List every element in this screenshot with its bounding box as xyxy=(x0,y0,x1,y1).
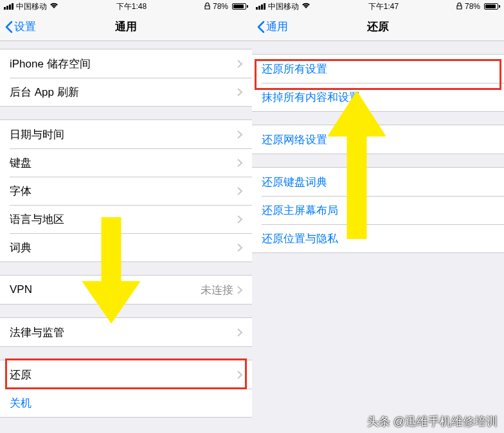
left-screenshot: 中国移动 下午1:48 78% 设置 通用 xyxy=(0,0,252,433)
back-button[interactable]: 设置 xyxy=(0,19,36,34)
lock-icon xyxy=(456,3,462,11)
battery-pct: 78% xyxy=(213,2,228,11)
cell-reset-keyboard-dict[interactable]: 还原键盘词典 xyxy=(252,168,504,196)
cell-label: 还原键盘词典 xyxy=(262,175,494,190)
battery-pct: 78% xyxy=(465,2,480,11)
back-label: 通用 xyxy=(266,19,288,34)
chevron-right-icon xyxy=(237,88,242,96)
cell-label: 字体 xyxy=(10,184,237,199)
cell-vpn[interactable]: VPN 未连接 xyxy=(0,276,252,304)
right-screenshot: 中国移动 下午1:47 78% 通用 还原 xyxy=(252,0,504,433)
cell-erase-all[interactable]: 抹掉所有内容和设置 xyxy=(252,83,504,111)
cell-reset[interactable]: 还原 xyxy=(0,360,252,389)
cell-label: 法律与监管 xyxy=(10,325,237,340)
chevron-right-icon xyxy=(237,215,242,224)
status-bar: 中国移动 下午1:47 78% xyxy=(252,0,504,13)
cell-label: 后台 App 刷新 xyxy=(10,85,237,100)
cell-reset-all-settings[interactable]: 还原所有设置 xyxy=(252,55,504,83)
chevron-right-icon xyxy=(237,130,242,139)
wifi-icon xyxy=(302,3,310,10)
reset-list[interactable]: 还原所有设置 抹掉所有内容和设置 还原网络设置 还原键盘词典 还原主屏幕布局 xyxy=(252,41,504,433)
chevron-right-icon xyxy=(237,60,242,68)
chevron-right-icon xyxy=(237,243,242,252)
nav-bar: 设置 通用 xyxy=(0,13,252,41)
cell-iphone-storage[interactable]: iPhone 储存空间 xyxy=(0,49,252,78)
carrier-label: 中国移动 xyxy=(268,1,299,12)
cell-value: 未连接 xyxy=(201,283,233,297)
cell-label: 日期与时间 xyxy=(10,127,237,142)
cell-shutdown[interactable]: 关机 xyxy=(0,389,252,417)
battery-icon xyxy=(483,3,500,10)
chevron-right-icon xyxy=(237,187,242,195)
cell-legal[interactable]: 法律与监管 xyxy=(0,318,252,346)
status-bar: 中国移动 下午1:48 78% xyxy=(0,0,252,13)
chevron-right-icon xyxy=(237,159,242,167)
back-button[interactable]: 通用 xyxy=(252,19,288,34)
time-label: 下午1:48 xyxy=(116,1,147,12)
wifi-icon xyxy=(50,3,59,10)
page-title: 还原 xyxy=(252,19,504,34)
cell-date-time[interactable]: 日期与时间 xyxy=(0,120,252,148)
watermark: 头条 @迅维手机维修培训 xyxy=(367,414,498,429)
time-label: 下午1:47 xyxy=(368,1,399,12)
cell-label: 还原网络设置 xyxy=(262,132,494,147)
cell-label: 还原位置与隐私 xyxy=(262,231,494,246)
cell-label: VPN xyxy=(10,283,201,296)
cell-label: 抹掉所有内容和设置 xyxy=(262,90,494,105)
cell-reset-home-layout[interactable]: 还原主屏幕布局 xyxy=(252,196,504,224)
cell-label: 还原主屏幕布局 xyxy=(262,203,494,218)
lock-icon xyxy=(204,3,210,11)
back-label: 设置 xyxy=(14,19,36,34)
cell-label: 语言与地区 xyxy=(10,212,237,227)
cell-language-region[interactable]: 语言与地区 xyxy=(0,205,252,233)
cell-label: 键盘 xyxy=(10,155,237,170)
cell-label: 还原所有设置 xyxy=(262,62,494,76)
cell-keyboard[interactable]: 键盘 xyxy=(0,148,252,177)
settings-list[interactable]: iPhone 储存空间 后台 App 刷新 日期与时间 键盘 xyxy=(0,41,252,433)
cell-fonts[interactable]: 字体 xyxy=(0,177,252,205)
chevron-right-icon xyxy=(237,286,242,294)
battery-icon xyxy=(231,3,248,10)
cell-reset-location-privacy[interactable]: 还原位置与隐私 xyxy=(252,224,504,252)
cell-label: 词典 xyxy=(10,240,237,255)
nav-bar: 通用 还原 xyxy=(252,13,504,41)
chevron-right-icon xyxy=(237,328,242,337)
cell-dictionary[interactable]: 词典 xyxy=(0,233,252,261)
cell-reset-network[interactable]: 还原网络设置 xyxy=(252,125,504,154)
page-title: 通用 xyxy=(0,19,252,34)
carrier-label: 中国移动 xyxy=(16,1,47,12)
signal-icon xyxy=(256,3,266,10)
signal-icon xyxy=(4,3,14,10)
cell-label: 还原 xyxy=(10,367,237,382)
chevron-right-icon xyxy=(237,371,242,379)
cell-label: iPhone 储存空间 xyxy=(10,57,237,71)
cell-label: 关机 xyxy=(10,396,242,411)
cell-background-refresh[interactable]: 后台 App 刷新 xyxy=(0,78,252,106)
